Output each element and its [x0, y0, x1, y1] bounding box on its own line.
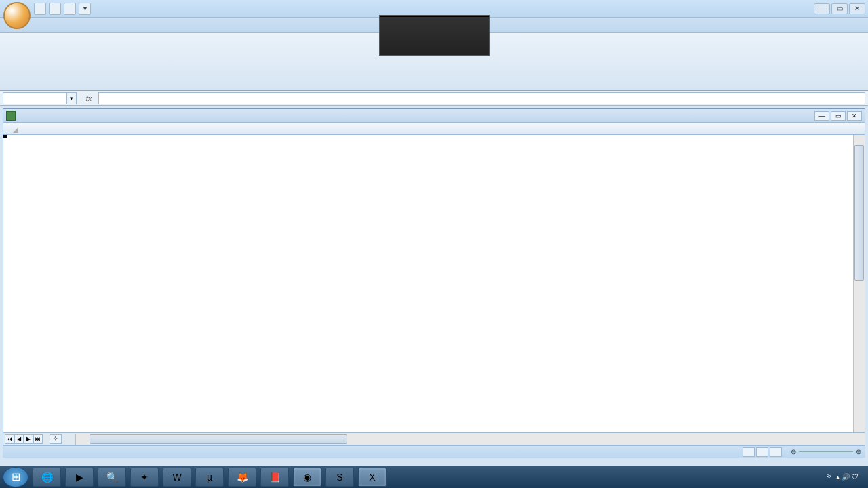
- task-utorrent[interactable]: µ: [195, 468, 224, 487]
- task-app1[interactable]: ✦: [130, 468, 159, 487]
- view-layout[interactable]: [756, 447, 768, 457]
- formula-input[interactable]: [98, 92, 865, 104]
- minimize-button[interactable]: —: [814, 3, 830, 14]
- wb-minimize[interactable]: —: [814, 111, 829, 121]
- wb-maximize[interactable]: ▭: [831, 111, 846, 121]
- workbook-icon: [6, 111, 16, 121]
- new-sheet-button[interactable]: ✧: [50, 434, 62, 444]
- tray-icons[interactable]: ▴ 🔊 🛡: [836, 473, 859, 481]
- qat-customize[interactable]: ▾: [79, 3, 91, 15]
- zoom-out[interactable]: ⊖: [791, 448, 796, 455]
- statusbar: ⊖ ⊕: [3, 445, 865, 458]
- task-word[interactable]: W: [163, 468, 191, 487]
- task-action[interactable]: ◉: [293, 468, 321, 487]
- task-ie[interactable]: 🌐: [33, 468, 61, 487]
- workbook-window: — ▭ ✕ ⏮ ◀ ▶ ⏭ ✧: [3, 108, 865, 445]
- start-button[interactable]: ⊞: [3, 467, 28, 487]
- close-button[interactable]: ✕: [849, 3, 865, 14]
- vertical-scrollbar[interactable]: [853, 135, 865, 432]
- task-skype[interactable]: S: [326, 468, 354, 487]
- view-normal[interactable]: [743, 447, 755, 457]
- qat-undo[interactable]: [49, 3, 61, 15]
- office-button[interactable]: [3, 2, 31, 29]
- taskbar: ⊞ 🌐 ▶ 🔍 ✦ W µ 🦊 📕 ◉ S X 🏳 ▴ 🔊 🛡: [0, 466, 868, 488]
- qat-save[interactable]: [34, 3, 46, 15]
- zoom-slider[interactable]: [799, 451, 853, 452]
- view-pagebreak[interactable]: [770, 447, 782, 457]
- task-magnifier[interactable]: 🔍: [98, 468, 126, 487]
- task-excel[interactable]: X: [358, 468, 387, 487]
- select-all[interactable]: [3, 123, 20, 134]
- task-firefox[interactable]: 🦊: [228, 468, 256, 487]
- qat-redo[interactable]: [64, 3, 76, 15]
- maximize-button[interactable]: ▭: [831, 3, 848, 14]
- capture-watermark: [379, 15, 490, 56]
- name-box-dropdown[interactable]: ▾: [67, 92, 77, 104]
- sheet-tabs-row: ⏮ ◀ ▶ ⏭ ✧: [3, 432, 865, 445]
- zoom-in[interactable]: ⊕: [856, 448, 861, 455]
- tab-prev[interactable]: ◀: [14, 434, 24, 444]
- name-box[interactable]: [3, 92, 67, 104]
- tab-last[interactable]: ⏭: [33, 434, 43, 444]
- task-media[interactable]: ▶: [65, 468, 94, 487]
- workbook-titlebar: — ▭ ✕: [3, 109, 865, 123]
- system-tray[interactable]: 🏳 ▴ 🔊 🛡: [821, 473, 865, 481]
- active-cell-indicator: [3, 135, 6, 138]
- horizontal-scrollbar[interactable]: [75, 434, 865, 445]
- formula-bar: ▾ fx: [0, 91, 868, 106]
- fx-button[interactable]: fx: [82, 94, 96, 102]
- wb-close[interactable]: ✕: [847, 111, 862, 121]
- tab-next[interactable]: ▶: [24, 434, 33, 444]
- quick-access-toolbar: ▾: [34, 3, 91, 15]
- tray-flag: 🏳: [825, 473, 832, 481]
- tab-first[interactable]: ⏮: [5, 434, 14, 444]
- task-pdf[interactable]: 📕: [260, 468, 289, 487]
- grid-area[interactable]: [3, 123, 865, 432]
